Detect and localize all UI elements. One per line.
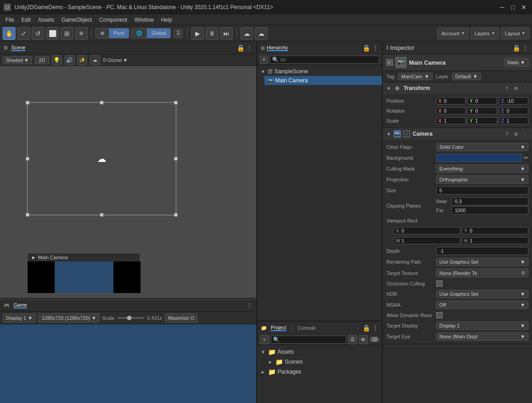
scale-x-field[interactable]: X 1 <box>436 117 466 124</box>
rendering-path-dropdown[interactable]: Use Graphics Set ▼ <box>436 258 528 266</box>
shaded-dropdown[interactable]: Shaded ▼ <box>3 56 32 64</box>
minimize-button[interactable]: ─ <box>498 3 507 12</box>
hier-item-samplescene[interactable]: ▼ 🎬 SampleScene <box>257 67 382 76</box>
rect-tool[interactable]: ⊞ <box>61 27 73 40</box>
near-field[interactable]: 0.3 <box>452 197 528 205</box>
tab-console[interactable]: Console <box>297 325 315 331</box>
play-button[interactable]: ▶ <box>191 27 204 40</box>
scene-options-icon[interactable]: ⋮ <box>246 44 253 52</box>
step-button[interactable]: ⏭ <box>220 27 233 40</box>
rot-z-field[interactable]: Z 0 <box>499 107 528 114</box>
audio-btn[interactable]: 🔊 <box>65 55 75 65</box>
global-toggle[interactable]: 🌐 Global <box>131 28 171 38</box>
menu-assets[interactable]: Assets <box>34 16 58 24</box>
hier-options-icon[interactable]: ⋮ <box>372 44 378 52</box>
transform-tool[interactable]: ✳ <box>75 27 88 40</box>
layers-dropdown[interactable]: Layers ▼ <box>471 28 499 39</box>
static-dropdown[interactable]: Static ▼ <box>504 58 528 66</box>
pivot-btn[interactable]: ⊕ <box>96 28 109 38</box>
transform-section-header[interactable]: ▼ ⊕ Transform ? ⚙ ⋮ <box>383 82 532 94</box>
fx-btn[interactable]: ✨ <box>77 55 87 65</box>
layout-dropdown[interactable]: Layout ▼ <box>501 28 529 39</box>
layer-dropdown[interactable]: Default ▼ <box>452 73 481 80</box>
vp-x-field[interactable]: X 0 <box>394 227 460 234</box>
target-texture-dropdown[interactable]: None (Render Te ⊙ <box>436 269 528 277</box>
camera-enable-check[interactable]: ✓ <box>404 131 410 137</box>
hier-lock-icon[interactable]: 🔒 <box>363 44 370 52</box>
proj-options-icon[interactable]: ⋮ <box>372 324 378 332</box>
culling-mask-dropdown[interactable]: Everything ▼ <box>436 165 528 173</box>
resolution-dropdown[interactable]: 1280x720 (1280x720) ▼ <box>38 313 99 322</box>
far-field[interactable]: 1000 <box>452 206 528 214</box>
proj-scenes-folder[interactable]: ► 📁 Scenes <box>257 357 382 367</box>
occlusion-checkbox[interactable] <box>436 280 443 287</box>
object-enable-checkbox[interactable]: ✓ <box>386 59 393 66</box>
transform-more-btn[interactable]: ⋮ <box>521 85 528 92</box>
pivot-toggle[interactable]: ⊕ Pivot <box>95 28 129 38</box>
handle-mr[interactable] <box>174 157 178 161</box>
collab-button[interactable]: ☁ <box>240 27 253 40</box>
account-dropdown[interactable]: Account ▼ <box>437 28 469 39</box>
pivot-label[interactable]: Pivot <box>109 28 129 38</box>
move-tool[interactable]: ⤢ <box>17 27 30 40</box>
insp-options-icon[interactable]: ⋮ <box>522 44 528 52</box>
hand-tool[interactable]: ✋ <box>3 27 15 40</box>
handle-bm[interactable] <box>100 213 104 217</box>
hier-search-input[interactable] <box>280 57 377 62</box>
pos-y-field[interactable]: Y 0 <box>467 97 497 104</box>
vp-w-field[interactable]: W 1 <box>394 237 460 244</box>
transform-settings-btn[interactable]: ⚙ <box>512 85 519 92</box>
services-button[interactable]: ☁ <box>255 27 268 40</box>
camera-section-header[interactable]: ▼ 📷 ✓ Camera ? ⚙ ⋮ <box>383 128 532 140</box>
maximize-button[interactable]: □ <box>508 3 518 12</box>
handle-ml[interactable] <box>26 157 29 161</box>
scale-z-field[interactable]: Z 1 <box>499 117 528 124</box>
scale-tool[interactable]: ⬜ <box>46 27 59 40</box>
skybox-btn[interactable]: ☁ <box>90 55 100 65</box>
tab-game[interactable]: Game <box>14 302 27 308</box>
target-display-dropdown[interactable]: Display 1 ▼ <box>436 322 528 330</box>
menu-help[interactable]: Help <box>157 16 176 24</box>
tab-scene[interactable]: Scene <box>11 45 25 51</box>
display-dropdown[interactable]: Display 1 ▼ <box>3 313 36 322</box>
tab-hierarchy[interactable]: Hierarchy <box>267 45 288 51</box>
pos-x-field[interactable]: X 0 <box>436 97 466 104</box>
msaa-dropdown[interactable]: Off ▼ <box>436 301 528 309</box>
handle-tm[interactable] <box>100 101 104 104</box>
proj-search-input[interactable] <box>281 337 344 342</box>
dynamic-checkbox[interactable] <box>436 312 443 318</box>
game-options-icon[interactable]: ⋮ <box>246 302 253 309</box>
proj-packages-folder[interactable]: ► 📁 Packages <box>257 367 382 377</box>
window-controls[interactable]: ─ □ ✕ <box>498 3 528 12</box>
scale-slider[interactable] <box>118 317 145 319</box>
pause-button[interactable]: ⏸ <box>206 27 218 40</box>
target-eye-dropdown[interactable]: None (Main Displ ▼ <box>436 332 528 341</box>
handle-br[interactable] <box>174 213 178 217</box>
vp-y-field[interactable]: Y 0 <box>462 227 528 234</box>
maximize-btn[interactable]: Maximize O <box>165 313 198 322</box>
projection-dropdown[interactable]: Orthographic ▼ <box>436 175 528 184</box>
eye-btn[interactable]: 👁 <box>359 335 368 344</box>
tag-dropdown[interactable]: MainCam ▼ <box>398 73 433 80</box>
rot-x-field[interactable]: X 0 <box>436 107 466 114</box>
rot-y-field[interactable]: Y 0 <box>467 107 497 114</box>
proj-assets-folder[interactable]: ▼ 📁 Assets <box>257 347 382 357</box>
light-btn[interactable]: 💡 <box>52 55 62 65</box>
project-search[interactable]: 🔍 <box>271 336 346 344</box>
close-button[interactable]: ✕ <box>519 3 528 12</box>
global-icon[interactable]: 🌐 <box>132 28 147 38</box>
camera-help-btn[interactable]: ? <box>503 130 510 137</box>
depth-field[interactable]: -1 <box>436 247 528 255</box>
hier-add-btn[interactable]: + <box>260 56 268 64</box>
proj-add-btn[interactable]: + <box>260 335 269 344</box>
camera-more-btn[interactable]: ⋮ <box>521 130 528 137</box>
menu-window[interactable]: Window <box>131 16 157 24</box>
rotate-tool[interactable]: ↺ <box>32 27 44 40</box>
color-picker-icon[interactable]: ✏ <box>524 155 528 161</box>
menu-gameobject[interactable]: GameObject <box>58 16 95 24</box>
scene-lock-icon[interactable]: 🔒 <box>237 44 245 52</box>
size-field[interactable]: 5 <box>436 186 528 194</box>
camera-settings-btn[interactable]: ⚙ <box>512 130 519 137</box>
menu-edit[interactable]: Edit <box>18 16 34 24</box>
vp-h-field[interactable]: H 1 <box>462 237 528 244</box>
